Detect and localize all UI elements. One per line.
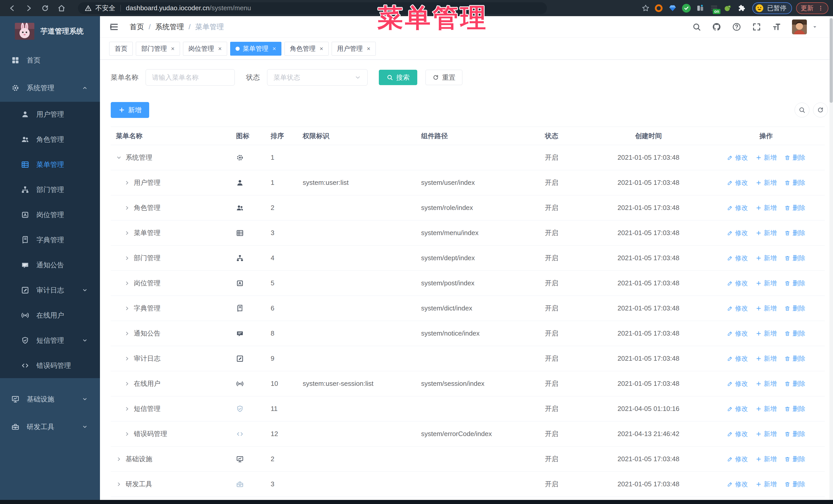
sidebar-item-岗位管理[interactable]: 岗位管理 [0, 202, 100, 227]
browser-home-icon[interactable] [57, 4, 66, 12]
delete-link[interactable]: 删除 [784, 178, 805, 187]
close-tab-icon[interactable]: × [319, 45, 323, 52]
expand-row-icon[interactable] [116, 456, 122, 462]
sidebar-item-短信管理[interactable]: 短信管理 [0, 328, 100, 353]
add-link[interactable]: 新增 [756, 480, 777, 488]
add-link[interactable]: 新增 [756, 203, 777, 212]
close-tab-icon[interactable]: × [367, 45, 371, 52]
delete-link[interactable]: 删除 [784, 229, 805, 237]
add-button[interactable]: 新增 [111, 102, 149, 118]
add-link[interactable]: 新增 [756, 430, 777, 438]
extension-on-badge-icon[interactable]: on [709, 3, 719, 13]
user-avatar[interactable] [792, 20, 807, 34]
bookmark-star-icon[interactable] [642, 4, 650, 12]
expand-row-icon[interactable] [124, 255, 130, 261]
expand-row-icon[interactable] [124, 205, 130, 211]
sidebar-item-部门管理[interactable]: 部门管理 [0, 177, 100, 202]
tab-角色管理[interactable]: 角色管理× [285, 42, 329, 56]
tab-用户管理[interactable]: 用户管理× [332, 42, 376, 56]
edit-link[interactable]: 修改 [727, 405, 748, 413]
edit-link[interactable]: 修改 [727, 379, 748, 388]
expand-row-icon[interactable] [124, 280, 130, 286]
close-tab-icon[interactable]: × [272, 45, 276, 52]
delete-link[interactable]: 删除 [784, 405, 805, 413]
expand-row-icon[interactable] [124, 431, 130, 437]
kebab-menu-icon[interactable] [818, 5, 824, 11]
delete-link[interactable]: 删除 [784, 203, 805, 212]
add-link[interactable]: 新增 [756, 405, 777, 413]
security-label[interactable]: 不安全 [95, 4, 115, 13]
breadcrumb-item[interactable]: 首页 [130, 22, 144, 32]
browser-profile-chip[interactable]: 已暂停 [752, 2, 792, 14]
sidebar-item-在线用户[interactable]: 在线用户 [0, 303, 100, 328]
extension-orange-ring-icon[interactable] [654, 3, 664, 13]
help-icon[interactable] [732, 22, 741, 31]
breadcrumb-item[interactable]: 系统管理 [155, 22, 184, 32]
sidebar-item-审计日志[interactable]: 审计日志 [0, 278, 100, 303]
delete-link[interactable]: 删除 [784, 329, 805, 338]
avatar-caret-down-icon[interactable] [812, 24, 818, 30]
header-search-icon[interactable] [692, 22, 701, 31]
font-size-icon[interactable] [772, 22, 781, 31]
sidebar-item-菜单管理[interactable]: 菜单管理 [0, 152, 100, 177]
vertical-scrollbar[interactable] [829, 16, 833, 500]
extensions-puzzle-icon[interactable] [737, 3, 747, 13]
add-link[interactable]: 新增 [756, 455, 777, 463]
expand-row-icon[interactable] [124, 406, 130, 412]
expand-row-icon[interactable] [124, 180, 130, 186]
browser-forward-icon[interactable] [25, 4, 33, 12]
browser-reload-icon[interactable] [41, 4, 49, 12]
edit-link[interactable]: 修改 [727, 480, 748, 488]
extension-green-check-icon[interactable] [682, 3, 691, 13]
collapse-row-icon[interactable] [116, 154, 122, 161]
menu-name-input[interactable] [146, 69, 235, 86]
delete-link[interactable]: 删除 [784, 304, 805, 312]
add-link[interactable]: 新增 [756, 354, 777, 363]
sidebar-item-研发工具[interactable]: 研发工具 [0, 413, 100, 441]
url-path[interactable]: /system/menu [210, 4, 251, 12]
add-link[interactable]: 新增 [756, 304, 777, 312]
fullscreen-icon[interactable] [752, 22, 761, 31]
sidebar-item-用户管理[interactable]: 用户管理 [0, 102, 100, 127]
status-select[interactable]: 菜单状态 [267, 69, 367, 86]
edit-link[interactable]: 修改 [727, 304, 748, 312]
extension-tabs-icon[interactable] [695, 3, 705, 13]
collapse-sidebar-icon[interactable] [109, 22, 119, 32]
add-link[interactable]: 新增 [756, 229, 777, 237]
expand-row-icon[interactable] [116, 481, 122, 487]
add-link[interactable]: 新增 [756, 153, 777, 162]
delete-link[interactable]: 删除 [784, 153, 805, 162]
delete-link[interactable]: 删除 [784, 279, 805, 287]
edit-link[interactable]: 修改 [727, 430, 748, 438]
edit-link[interactable]: 修改 [727, 279, 748, 287]
edit-link[interactable]: 修改 [727, 254, 748, 262]
sidebar-item-角色管理[interactable]: 角色管理 [0, 127, 100, 152]
github-icon[interactable] [712, 22, 721, 31]
toggle-search-button[interactable] [794, 102, 809, 117]
delete-link[interactable]: 删除 [784, 430, 805, 438]
refresh-table-button[interactable] [813, 102, 828, 117]
delete-link[interactable]: 删除 [784, 379, 805, 388]
browser-update-button[interactable]: 更新 [796, 2, 828, 14]
edit-link[interactable]: 修改 [727, 455, 748, 463]
sidebar-item-字典管理[interactable]: 字典管理 [0, 227, 100, 253]
sidebar-item-系统管理[interactable]: 系统管理 [0, 74, 100, 102]
delete-link[interactable]: 删除 [784, 455, 805, 463]
tab-岗位管理[interactable]: 岗位管理× [183, 42, 227, 56]
delete-link[interactable]: 删除 [784, 254, 805, 262]
sidebar-item-首页[interactable]: 首页 [0, 46, 100, 74]
edit-link[interactable]: 修改 [727, 229, 748, 237]
browser-back-icon[interactable] [8, 4, 17, 12]
delete-link[interactable]: 删除 [784, 354, 805, 363]
add-link[interactable]: 新增 [756, 178, 777, 187]
search-button[interactable]: 搜索 [379, 70, 417, 85]
edit-link[interactable]: 修改 [727, 153, 748, 162]
app-logo-row[interactable]: 芋道管理系统 [0, 16, 100, 46]
scrollbar-thumb[interactable] [830, 18, 833, 103]
tab-菜单管理[interactable]: 菜单管理× [230, 42, 281, 56]
edit-link[interactable]: 修改 [727, 354, 748, 363]
tab-首页[interactable]: 首页 [109, 42, 133, 56]
sidebar-item-错误码管理[interactable]: 错误码管理 [0, 353, 100, 378]
expand-row-icon[interactable] [124, 356, 130, 362]
sidebar-item-通知公告[interactable]: 通知公告 [0, 253, 100, 278]
